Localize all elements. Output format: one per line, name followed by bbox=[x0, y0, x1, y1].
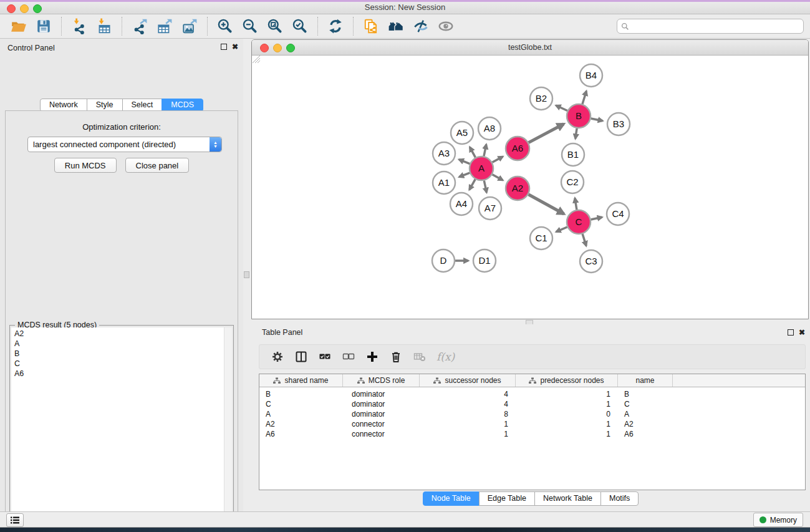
zoom-out-icon[interactable] bbox=[241, 17, 259, 36]
graph-node-A3[interactable]: A3 bbox=[433, 142, 455, 165]
close-window-button[interactable] bbox=[7, 4, 16, 13]
graph-node-A6[interactable]: A6 bbox=[506, 137, 529, 160]
divider-grip[interactable] bbox=[244, 271, 249, 278]
select-all-columns-icon[interactable] bbox=[316, 348, 334, 365]
open-session-icon[interactable] bbox=[9, 17, 28, 36]
table-row[interactable]: A2connector11A2 bbox=[259, 419, 805, 429]
export-image-icon[interactable] bbox=[180, 17, 199, 36]
result-item[interactable]: A6 bbox=[11, 369, 224, 379]
tab-network[interactable]: Network bbox=[40, 99, 87, 112]
graph-edge-C-C4[interactable] bbox=[591, 217, 602, 220]
export-network-icon[interactable] bbox=[130, 17, 149, 36]
network-canvas[interactable]: B4B2BB3A8A5A6A3B1AA1C2A2A4A7C4CC1C3DD1 bbox=[253, 56, 808, 318]
table-row[interactable]: Bdominator41B bbox=[259, 389, 805, 399]
graph-edge-A2-C[interactable] bbox=[529, 195, 564, 214]
float-panel-icon[interactable] bbox=[221, 44, 227, 50]
graph-node-B[interactable]: B bbox=[567, 104, 591, 128]
cell-name[interactable]: A2 bbox=[618, 420, 673, 428]
optimization-criterion-select[interactable]: largest connected component (directed) ▲… bbox=[27, 137, 222, 152]
run-mcds-button[interactable]: Run MCDS bbox=[54, 158, 117, 173]
graph-node-C4[interactable]: C4 bbox=[607, 203, 629, 225]
import-table-icon[interactable] bbox=[95, 17, 113, 36]
task-history-button[interactable] bbox=[6, 513, 24, 527]
tab-network-table[interactable]: Network Table bbox=[534, 491, 601, 506]
column-header-successor_nodes[interactable]: successor nodes bbox=[420, 374, 516, 387]
graph-node-D1[interactable]: D1 bbox=[473, 249, 496, 272]
result-item[interactable]: A2 bbox=[11, 329, 224, 339]
graph-edge-A-A4[interactable] bbox=[470, 179, 476, 190]
close-panel-icon[interactable]: ✖ bbox=[232, 44, 238, 50]
graph-node-B1[interactable]: B1 bbox=[562, 143, 584, 166]
result-item[interactable]: C bbox=[11, 359, 224, 369]
table-row[interactable]: Cdominator41C bbox=[259, 399, 805, 409]
cell-predecessor_nodes[interactable]: 0 bbox=[516, 410, 618, 418]
close-panel-button[interactable]: Close panel bbox=[125, 158, 190, 173]
result-item[interactable]: B bbox=[11, 349, 224, 359]
column-header-predecessor_nodes[interactable]: predecessor nodes bbox=[516, 374, 618, 387]
cell-predecessor_nodes[interactable]: 1 bbox=[516, 420, 618, 428]
graph-edge-A-A6[interactable] bbox=[493, 157, 503, 162]
column-header-shared_name[interactable]: shared name bbox=[259, 374, 343, 387]
add-column-icon[interactable] bbox=[364, 348, 381, 365]
result-scrollbar[interactable] bbox=[224, 327, 232, 532]
settings-gear-icon[interactable] bbox=[269, 348, 286, 365]
home-view-icon[interactable] bbox=[387, 17, 405, 36]
delete-columns-icon[interactable] bbox=[387, 348, 405, 365]
graph-edge-A-A3[interactable] bbox=[459, 160, 470, 164]
cell-shared_name[interactable]: B bbox=[259, 390, 343, 399]
graph-node-A7[interactable]: A7 bbox=[479, 197, 501, 220]
cell-mcds_role[interactable]: connector bbox=[343, 430, 420, 438]
memory-button[interactable]: Memory bbox=[753, 513, 803, 527]
tab-edge-table[interactable]: Edge Table bbox=[479, 491, 535, 506]
graph-edge-A-A8[interactable] bbox=[484, 145, 486, 157]
graph-node-A2[interactable]: A2 bbox=[506, 177, 529, 200]
show-graphics-details-icon[interactable] bbox=[436, 17, 455, 36]
graph-edge-A-A5[interactable] bbox=[470, 147, 475, 158]
graph-node-C1[interactable]: C1 bbox=[530, 227, 552, 249]
refresh-layout-icon[interactable] bbox=[326, 17, 345, 36]
zoom-window-button[interactable] bbox=[33, 4, 42, 13]
function-builder-icon[interactable]: f(x) bbox=[436, 351, 455, 363]
panel-divider[interactable] bbox=[243, 39, 251, 511]
minimize-window-button[interactable] bbox=[20, 4, 29, 13]
column-header-mcds_role[interactable]: MCDS role bbox=[343, 374, 420, 387]
cell-mcds_role[interactable]: dominator bbox=[343, 410, 420, 418]
cell-mcds_role[interactable]: dominator bbox=[343, 390, 420, 399]
graph-edge-A-A2[interactable] bbox=[493, 175, 503, 180]
graph-edge-C-C3[interactable] bbox=[582, 234, 586, 246]
cell-shared_name[interactable]: C bbox=[259, 400, 343, 409]
graph-node-C3[interactable]: C3 bbox=[580, 250, 602, 273]
cell-successor_nodes[interactable]: 4 bbox=[420, 390, 516, 399]
table-row[interactable]: A6connector11A6 bbox=[259, 429, 805, 439]
clone-network-icon[interactable] bbox=[362, 17, 380, 36]
table-row[interactable]: Adominator80A bbox=[259, 409, 805, 419]
cell-predecessor_nodes[interactable]: 1 bbox=[516, 400, 618, 409]
graph-edge-B-B3[interactable] bbox=[591, 118, 603, 121]
graph-edge-A-A7[interactable] bbox=[484, 181, 486, 193]
graph-edge-B-B2[interactable] bbox=[556, 105, 567, 111]
graph-node-A1[interactable]: A1 bbox=[433, 172, 455, 194]
zoom-selected-icon[interactable] bbox=[291, 17, 309, 36]
graph-edge-B-B1[interactable] bbox=[576, 128, 577, 139]
graph-node-B4[interactable]: B4 bbox=[580, 64, 602, 87]
cell-predecessor_nodes[interactable]: 1 bbox=[516, 390, 618, 399]
graph-node-C[interactable]: C bbox=[567, 210, 591, 234]
cell-successor_nodes[interactable]: 8 bbox=[420, 410, 516, 418]
graph-edge-C-C1[interactable] bbox=[556, 227, 567, 232]
cell-name[interactable]: A6 bbox=[618, 430, 673, 438]
column-header-name[interactable]: name bbox=[618, 374, 673, 387]
deselect-all-columns-icon[interactable] bbox=[340, 348, 357, 365]
cell-name[interactable]: B bbox=[618, 390, 673, 399]
cell-mcds_role[interactable]: connector bbox=[343, 420, 420, 428]
tab-motifs[interactable]: Motifs bbox=[600, 491, 639, 506]
zoom-in-icon[interactable] bbox=[216, 17, 234, 36]
tab-mcds[interactable]: MCDS bbox=[162, 99, 203, 112]
graph-edge-A-A1[interactable] bbox=[459, 173, 470, 177]
float-table-panel-icon[interactable] bbox=[788, 329, 794, 336]
cell-name[interactable]: C bbox=[618, 400, 673, 409]
cell-name[interactable]: A bbox=[618, 410, 673, 418]
cell-predecessor_nodes[interactable]: 1 bbox=[516, 430, 618, 438]
graph-node-C2[interactable]: C2 bbox=[561, 171, 584, 193]
import-network-icon[interactable] bbox=[70, 17, 89, 36]
graph-node-A4[interactable]: A4 bbox=[450, 193, 473, 215]
